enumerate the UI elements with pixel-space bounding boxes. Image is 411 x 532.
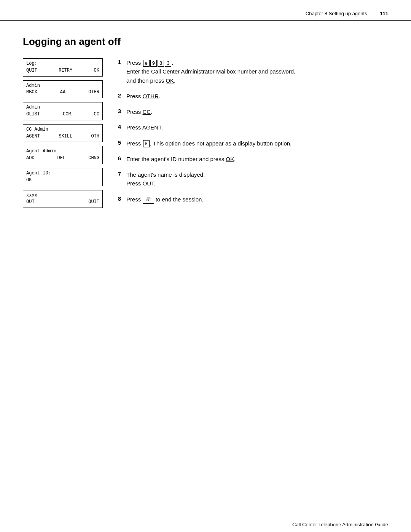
step-7-content: The agent's name is displayed. Press OUT… bbox=[126, 170, 388, 188]
key-e: e bbox=[143, 60, 150, 67]
step-1: 1 Press e983. Enter the Call Center Admi… bbox=[114, 58, 388, 85]
cc-underline: CC bbox=[143, 109, 151, 115]
panel-admin-glist: Admin GLIST CCR CC bbox=[23, 102, 103, 120]
panel-cc-admin-line2: AGENT SKILL OTH bbox=[26, 133, 99, 140]
panel-oth-label: OTH bbox=[91, 133, 99, 140]
step-6: 6 Enter the agent's ID number and press … bbox=[114, 155, 388, 163]
step-1-content: Press e983. Enter the Call Center Admini… bbox=[126, 58, 388, 85]
panel-admin-glist-line1: Admin bbox=[26, 104, 99, 111]
panel-admin-mbox: Admin MBOX AA OTHR bbox=[23, 80, 103, 99]
page-footer: Call Center Telephone Administration Gui… bbox=[0, 517, 411, 532]
panel-admin-mbox-line1: Admin bbox=[26, 83, 99, 89]
page-container: Chapter 8 Setting up agents 111 Logging … bbox=[0, 0, 411, 532]
panels-column: Log: QUIT RETRY OK Admin MBOX AA OTHR bbox=[23, 58, 103, 208]
panel-agent-label: AGENT bbox=[26, 133, 40, 140]
main-content: Logging an agent off Log: QUIT RETRY OK … bbox=[0, 21, 411, 233]
phone-icon: ☏ bbox=[143, 196, 154, 204]
ok-underline-1: OK bbox=[166, 77, 174, 84]
panel-log: Log: QUIT RETRY OK bbox=[23, 58, 103, 77]
panel-log-line1: Log: bbox=[26, 61, 99, 67]
panel-agent-admin-line2: ADD DEL CHNG bbox=[26, 155, 99, 161]
step-8-number: 8 bbox=[114, 195, 121, 202]
steps-column: 1 Press e983. Enter the Call Center Admi… bbox=[114, 58, 388, 211]
chapter-text: Chapter 8 Setting up agents bbox=[306, 11, 367, 16]
panel-othr-label: OTHR bbox=[88, 89, 99, 96]
panel-agent-id: Agent ID: OK bbox=[23, 168, 103, 186]
key-9: 9 bbox=[150, 60, 157, 67]
panel-agent-id-ok: OK bbox=[26, 177, 32, 184]
step-7-number: 7 bbox=[114, 171, 121, 177]
panel-cc-admin-line1: CC Admin bbox=[26, 126, 99, 133]
page-number: 111 bbox=[380, 11, 388, 16]
page-title: Logging an agent off bbox=[23, 36, 388, 48]
step-3: 3 Press CC. bbox=[114, 107, 388, 116]
step-5-number: 5 bbox=[114, 139, 121, 146]
step-6-number: 6 bbox=[114, 155, 121, 161]
panel-mbox-label: MBOX bbox=[26, 89, 37, 96]
key-8: 8 bbox=[158, 60, 164, 67]
panel-cc-label: CC bbox=[94, 111, 99, 118]
panel-log-line2: QUIT RETRY OK bbox=[26, 67, 99, 74]
panel-skill-label: SKILL bbox=[59, 133, 72, 140]
ok-underline-2: OK bbox=[226, 156, 234, 162]
panel-chng-label: CHNG bbox=[88, 155, 99, 161]
panel-add-label: ADD bbox=[26, 155, 35, 161]
panel-cc-admin: CC Admin AGENT SKILL OTH bbox=[23, 124, 103, 142]
panel-del-label: DEL bbox=[57, 155, 66, 161]
agent-underline: AGENT bbox=[142, 124, 161, 131]
panel-log-quit: QUIT bbox=[26, 67, 37, 74]
step-2-number: 2 bbox=[114, 92, 121, 99]
step-2-content: Press OTHR. bbox=[126, 92, 388, 101]
step-5-content: Press 8. This option does not appear as … bbox=[126, 139, 388, 148]
step-1-number: 1 bbox=[114, 59, 121, 65]
page-header: Chapter 8 Setting up agents 111 bbox=[0, 0, 411, 21]
steps-layout: Log: QUIT RETRY OK Admin MBOX AA OTHR bbox=[23, 58, 388, 211]
panel-agent-id-line1: Agent ID: bbox=[26, 170, 99, 177]
panel-ccr-label: CCR bbox=[63, 111, 71, 118]
header-chapter: Chapter 8 Setting up agents 111 bbox=[306, 11, 388, 16]
panel-agent-id-line2: OK bbox=[26, 177, 99, 184]
step-3-number: 3 bbox=[114, 108, 121, 114]
panel-log-retry: RETRY bbox=[59, 67, 72, 74]
panel-log-ok: OK bbox=[94, 67, 99, 74]
panel-xxxx: xxxx OUT QUIT bbox=[23, 190, 103, 208]
step-3-content: Press CC. bbox=[126, 107, 388, 116]
step-2: 2 Press OTHR. bbox=[114, 92, 388, 101]
step-4: 4 Press AGENT. bbox=[114, 123, 388, 132]
panel-agent-admin-line1: Agent Admin bbox=[26, 148, 99, 155]
step-6-content: Enter the agent's ID number and press OK… bbox=[126, 155, 388, 163]
panel-agent-admin: Agent Admin ADD DEL CHNG bbox=[23, 146, 103, 164]
key-8-step5: 8 bbox=[143, 140, 150, 147]
step-5: 5 Press 8. This option does not appear a… bbox=[114, 139, 388, 148]
step-7: 7 The agent's name is displayed. Press O… bbox=[114, 170, 388, 188]
step-4-number: 4 bbox=[114, 123, 121, 130]
footer-text: Call Center Telephone Administration Gui… bbox=[292, 522, 388, 527]
othr-underline: OTHR bbox=[143, 93, 159, 99]
panel-admin-mbox-line2: MBOX AA OTHR bbox=[26, 89, 99, 96]
panel-quit-label: QUIT bbox=[88, 199, 99, 205]
panel-xxxx-line2: OUT QUIT bbox=[26, 199, 99, 205]
panel-xxxx-line1: xxxx bbox=[26, 192, 99, 199]
out-underline: OUT bbox=[143, 180, 154, 187]
panel-glist-label: GLIST bbox=[26, 111, 40, 118]
step-4-content: Press AGENT. bbox=[126, 123, 388, 132]
step-8: 8 Press ☏ to end the session. bbox=[114, 195, 388, 204]
panel-aa-label: AA bbox=[60, 89, 65, 96]
step-8-content: Press ☏ to end the session. bbox=[126, 195, 388, 204]
key-3: 3 bbox=[165, 60, 171, 67]
panel-out-label: OUT bbox=[26, 199, 35, 205]
panel-admin-glist-line2: GLIST CCR CC bbox=[26, 111, 99, 118]
